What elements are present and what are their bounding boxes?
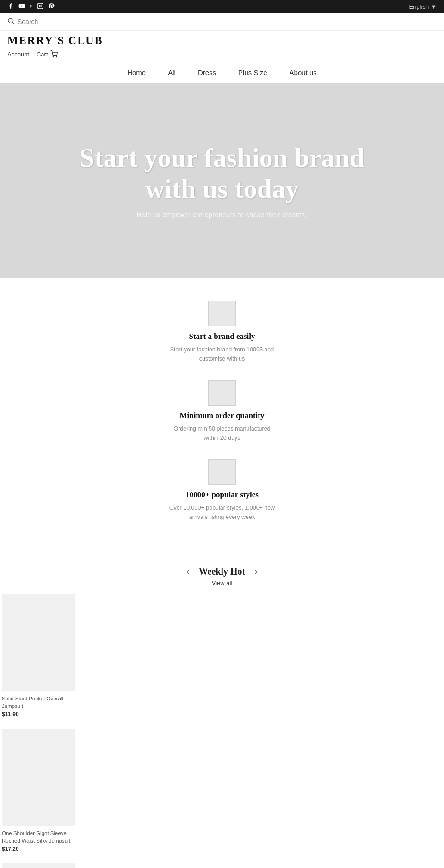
pinterest-icon[interactable] (48, 3, 55, 11)
feature-min-order: Minimum order quantity Ordering min 50 p… (166, 380, 278, 443)
chevron-down-icon: ▼ (431, 3, 437, 10)
nav-about-us[interactable]: About us (290, 69, 317, 76)
product-image (2, 863, 75, 868)
feature-icon-start-brand (208, 301, 236, 326)
feature-icon-popular-styles (208, 459, 236, 485)
search-input[interactable] (18, 18, 110, 25)
features-section: Start a brand easily Start your fashion … (148, 278, 296, 562)
cart-link[interactable]: Cart (37, 50, 58, 58)
product-price: $11.90 (2, 711, 76, 718)
product-grid: Solid Slant Pocket Overall Jumpsuit $11.… (0, 594, 444, 868)
feature-popular-styles: 10000+ popular styles Over 10,000+ popul… (166, 459, 278, 522)
cart-icon (50, 50, 58, 58)
svg-rect-1 (37, 3, 43, 9)
nav-all[interactable]: All (168, 69, 176, 76)
language-selector[interactable]: English ▼ (409, 3, 437, 10)
svg-point-4 (8, 18, 13, 23)
svg-line-5 (12, 22, 14, 24)
feature-desc-min-order: Ordering min 50 pieces manufactured with… (166, 424, 278, 443)
weekly-hot-title: Weekly Hot (199, 566, 246, 577)
weekly-hot-section: ‹ Weekly Hot › View all Solid Slant Pock… (0, 562, 444, 868)
feature-title-popular-styles: 10000+ popular styles (185, 490, 259, 500)
weekly-hot-next-button[interactable]: › (253, 567, 259, 576)
feature-start-brand: Start a brand easily Start your fashion … (166, 301, 278, 363)
product-image (2, 729, 75, 826)
nav-home[interactable]: Home (127, 69, 146, 76)
main-nav: Home All Dress Plus Size About us (0, 62, 444, 83)
view-all-link[interactable]: View all (0, 580, 444, 587)
search-icon (7, 17, 15, 26)
product-card[interactable]: One Shoulder Gigot Sleeve Ruched Waist S… (2, 729, 76, 852)
social-bar: v English ▼ (0, 0, 444, 13)
social-icons: v (7, 3, 55, 11)
product-image (2, 594, 75, 691)
hero-subtitle: Help us empower entrepreneurs to chase t… (137, 211, 307, 219)
cart-label: Cart (37, 51, 48, 58)
product-card[interactable]: Solid Slant Pocket Overall Jumpsuit $11.… (2, 594, 76, 718)
product-card[interactable] (2, 863, 76, 868)
svg-point-7 (56, 56, 56, 57)
youtube-icon[interactable] (18, 3, 25, 11)
hero-title: Start your fashion brand with us today (80, 143, 364, 204)
logo-area: MERRY'S CLUB (0, 31, 444, 49)
search-bar (0, 13, 444, 31)
facebook-icon[interactable] (7, 3, 14, 11)
feature-desc-start-brand: Start your fashion brand from 1000$ and … (166, 345, 278, 363)
account-cart-bar: Account Cart (0, 49, 444, 62)
vimeo-icon[interactable]: v (30, 3, 32, 11)
account-link[interactable]: Account (7, 51, 29, 58)
instagram-icon[interactable] (37, 3, 43, 11)
product-name: Solid Slant Pocket Overall Jumpsuit (2, 695, 76, 710)
svg-point-3 (42, 4, 42, 5)
nav-plus-size[interactable]: Plus Size (238, 69, 267, 76)
weekly-hot-prev-button[interactable]: ‹ (185, 567, 191, 576)
feature-title-min-order: Minimum order quantity (180, 411, 265, 420)
logo[interactable]: MERRY'S CLUB (7, 34, 437, 47)
feature-desc-popular-styles: Over 10,000+ popular styles, 1,000+ new … (166, 503, 278, 522)
svg-point-2 (39, 5, 42, 7)
feature-title-start-brand: Start a brand easily (189, 332, 255, 341)
svg-point-6 (53, 56, 53, 57)
feature-icon-min-order (208, 380, 236, 406)
hero-banner: Start your fashion brand with us today H… (0, 83, 444, 278)
weekly-hot-header: ‹ Weekly Hot › (0, 566, 444, 577)
product-name: One Shoulder Gigot Sleeve Ruched Waist S… (2, 830, 76, 844)
product-price: $17.20 (2, 846, 76, 852)
nav-dress[interactable]: Dress (198, 69, 216, 76)
